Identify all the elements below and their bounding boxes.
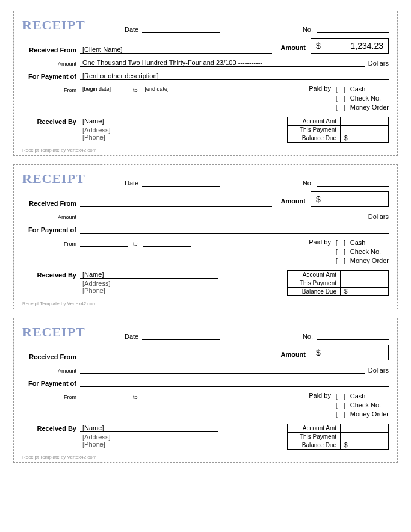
balance-due-value[interactable]: $ bbox=[341, 134, 389, 143]
amount-words-field[interactable]: One Thousand Two Hundred Thirty-Four and… bbox=[80, 58, 365, 67]
received-by-label: Received By bbox=[22, 424, 80, 432]
for-payment-field[interactable] bbox=[80, 379, 389, 387]
opt-check: Check No. bbox=[350, 247, 389, 256]
from-date-field[interactable]: [begin date] bbox=[80, 85, 128, 93]
checkbox-check[interactable]: [ ] bbox=[335, 401, 347, 410]
this-payment-value[interactable] bbox=[341, 279, 389, 288]
for-payment-field[interactable] bbox=[80, 225, 389, 234]
from-label: From bbox=[22, 394, 80, 400]
date-field[interactable] bbox=[142, 25, 220, 33]
no-field[interactable] bbox=[317, 25, 389, 33]
receipt-title: RECEIPT bbox=[22, 324, 125, 340]
checkbox-cash[interactable]: [ ] bbox=[335, 85, 347, 94]
account-amt-label: Account Amt bbox=[288, 424, 341, 433]
date-field[interactable] bbox=[142, 332, 220, 340]
to-date-field[interactable] bbox=[143, 392, 191, 400]
receipt-title: RECEIPT bbox=[22, 17, 125, 33]
from-date-field[interactable] bbox=[80, 392, 128, 400]
account-amt-value[interactable] bbox=[341, 271, 389, 279]
amount-value: 1,234.23 bbox=[351, 39, 384, 53]
footer-credit: Receipt Template by Vertex42.com bbox=[22, 301, 389, 306]
to-label: to bbox=[133, 87, 138, 93]
checkbox-money-order[interactable]: [ ] bbox=[335, 256, 347, 265]
footer-credit: Receipt Template by Vertex42.com bbox=[22, 147, 389, 153]
received-from-label: Received From bbox=[22, 200, 80, 207]
dollars-label: Dollars bbox=[368, 213, 389, 220]
this-payment-value[interactable] bbox=[341, 126, 389, 134]
this-payment-label: This Payment bbox=[288, 433, 341, 441]
received-from-field[interactable] bbox=[80, 352, 272, 360]
received-from-label: Received From bbox=[22, 46, 80, 54]
paid-by-label: Paid by bbox=[309, 392, 331, 399]
from-date-field[interactable] bbox=[80, 238, 128, 247]
date-label: Date bbox=[125, 179, 138, 187]
amount-box[interactable]: $ 1,234.23 bbox=[311, 38, 389, 54]
date-label: Date bbox=[125, 333, 138, 340]
no-field[interactable] bbox=[317, 178, 389, 187]
checkbox-check[interactable]: [ ] bbox=[335, 247, 347, 256]
amount-label: Amount bbox=[280, 197, 306, 205]
amount-words-field[interactable] bbox=[80, 365, 365, 374]
checkbox-money-order[interactable]: [ ] bbox=[335, 410, 347, 419]
received-by-name[interactable]: [Name] bbox=[80, 424, 218, 432]
to-label: to bbox=[133, 394, 138, 400]
received-by-phone: [Phone] bbox=[80, 287, 287, 294]
opt-check: Check No. bbox=[350, 94, 389, 103]
balance-due-label: Balance Due bbox=[288, 441, 341, 450]
received-from-field[interactable]: [Client Name] bbox=[80, 45, 272, 54]
to-date-field[interactable]: [end date] bbox=[143, 85, 191, 93]
received-from-field[interactable] bbox=[80, 199, 272, 207]
opt-money-order: Money Order bbox=[350, 410, 389, 419]
checkbox-check[interactable]: [ ] bbox=[335, 94, 347, 103]
to-label: to bbox=[133, 241, 138, 247]
amount-box[interactable]: $ bbox=[311, 345, 389, 360]
no-label: No. bbox=[303, 26, 313, 33]
no-label: No. bbox=[303, 333, 313, 340]
for-payment-label: For Payment of bbox=[22, 226, 80, 234]
amount-words-field[interactable] bbox=[80, 212, 365, 220]
receipt-3: RECEIPT Date No. Received From Amount $ … bbox=[13, 318, 398, 463]
checkbox-cash[interactable]: [ ] bbox=[335, 238, 347, 247]
opt-check: Check No. bbox=[350, 401, 389, 410]
amount-label: Amount bbox=[280, 351, 306, 358]
from-label: From bbox=[22, 241, 80, 247]
opt-cash: Cash bbox=[350, 392, 389, 401]
no-label: No. bbox=[303, 179, 313, 187]
amount-box[interactable]: $ bbox=[311, 191, 389, 207]
received-by-name[interactable]: [Name] bbox=[80, 270, 218, 279]
date-field[interactable] bbox=[142, 178, 220, 187]
currency-symbol: $ bbox=[316, 345, 321, 360]
balance-table: Account Amt This Payment Balance Due$ bbox=[287, 117, 389, 143]
for-payment-label: For Payment of bbox=[22, 73, 80, 80]
opt-cash: Cash bbox=[350, 238, 389, 247]
received-by-address: [Address] bbox=[80, 432, 287, 441]
this-payment-label: This Payment bbox=[288, 126, 341, 134]
received-by-label: Received By bbox=[22, 117, 80, 125]
account-amt-value[interactable] bbox=[341, 424, 389, 433]
balance-due-value[interactable]: $ bbox=[341, 441, 389, 450]
for-payment-field[interactable]: [Rent or other description] bbox=[80, 72, 389, 80]
checkbox-money-order[interactable]: [ ] bbox=[335, 103, 347, 112]
currency-symbol: $ bbox=[316, 192, 321, 206]
account-amt-label: Account Amt bbox=[288, 117, 341, 126]
account-amt-value[interactable] bbox=[341, 117, 389, 126]
opt-money-order: Money Order bbox=[350, 103, 389, 112]
this-payment-value[interactable] bbox=[341, 433, 389, 441]
to-date-field[interactable] bbox=[143, 238, 191, 247]
account-amt-label: Account Amt bbox=[288, 271, 341, 279]
this-payment-label: This Payment bbox=[288, 279, 341, 288]
balance-due-label: Balance Due bbox=[288, 288, 341, 296]
balance-due-value[interactable]: $ bbox=[341, 288, 389, 296]
opt-cash: Cash bbox=[350, 85, 389, 94]
balance-table: Account Amt This Payment Balance Due$ bbox=[287, 424, 389, 450]
amount-word-label: Amount bbox=[22, 368, 80, 374]
checkbox-cash[interactable]: [ ] bbox=[335, 392, 347, 401]
received-by-name[interactable]: [Name] bbox=[80, 117, 218, 125]
balance-due-label: Balance Due bbox=[288, 134, 341, 143]
received-from-label: Received From bbox=[22, 353, 80, 360]
receipt-title: RECEIPT bbox=[22, 171, 125, 187]
received-by-address: [Address] bbox=[80, 125, 287, 134]
no-field[interactable] bbox=[317, 332, 389, 340]
opt-money-order: Money Order bbox=[350, 256, 389, 265]
balance-table: Account Amt This Payment Balance Due$ bbox=[287, 270, 389, 296]
